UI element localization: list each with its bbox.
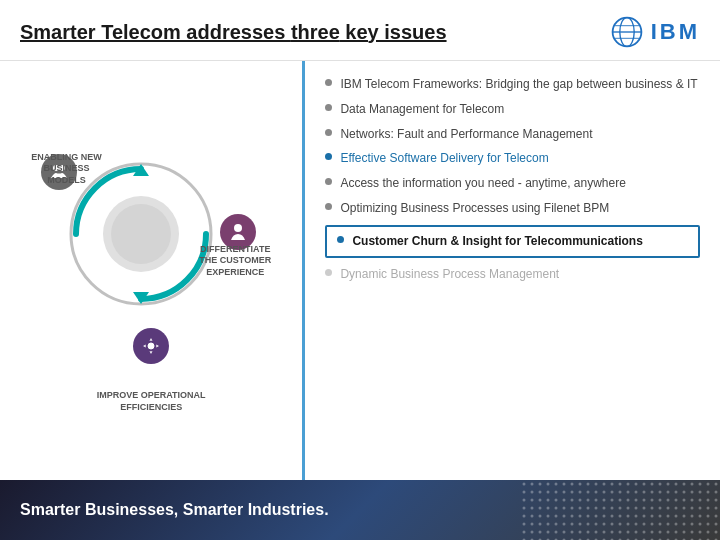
improve-icon bbox=[141, 336, 161, 356]
bullet-item: IBM Telecom Frameworks: Bridging the gap… bbox=[325, 76, 700, 93]
bullet-text: Optimizing Business Processes using File… bbox=[340, 200, 609, 217]
bullet-dot bbox=[337, 236, 344, 243]
diagram-container: ENABLING NEW BUSINESS MODELS DIFFERENTIA… bbox=[21, 124, 281, 424]
title-suffix: key issues bbox=[340, 21, 447, 43]
bullet-dot bbox=[325, 153, 332, 160]
ibm-logo: IBM bbox=[609, 14, 700, 50]
label-differentiate: DIFFERENTIATE THE CUSTOMER EXPERIENCE bbox=[199, 244, 271, 279]
svg-rect-15 bbox=[520, 480, 720, 540]
bullet-text: IBM Telecom Frameworks: Bridging the gap… bbox=[340, 76, 697, 93]
bullet-text: Dynamic Business Process Management bbox=[340, 266, 559, 283]
bullet-item: Dynamic Business Process Management bbox=[325, 266, 700, 283]
bullet-item: Customer Churn & Insight for Telecommuni… bbox=[325, 225, 700, 258]
left-panel: ENABLING NEW BUSINESS MODELS DIFFERENTIA… bbox=[0, 61, 302, 486]
title-bar: Smarter Telecom addresses three key issu… bbox=[0, 0, 720, 61]
body-split: ENABLING NEW BUSINESS MODELS DIFFERENTIA… bbox=[0, 61, 720, 486]
bullet-text: Networks: Fault and Performance Manageme… bbox=[340, 126, 592, 143]
bullet-item: Effective Software Delivery for Telecom bbox=[325, 150, 700, 167]
bullet-text: Customer Churn & Insight for Telecommuni… bbox=[352, 233, 642, 250]
bullet-text: Data Management for Telecom bbox=[340, 101, 504, 118]
svg-point-12 bbox=[234, 224, 242, 232]
bullet-dot bbox=[325, 178, 332, 185]
right-panel: IBM Telecom Frameworks: Bridging the gap… bbox=[302, 61, 720, 486]
title-prefix: Smarter Telecom addresses bbox=[20, 21, 291, 43]
bullet-dot bbox=[325, 129, 332, 136]
footer-dots-decoration bbox=[520, 480, 720, 540]
bullet-list: IBM Telecom Frameworks: Bridging the gap… bbox=[325, 76, 700, 282]
label-enabling: ENABLING NEW BUSINESS MODELS bbox=[31, 152, 102, 187]
node-improve bbox=[133, 328, 169, 364]
globe-icon bbox=[609, 14, 645, 50]
bullet-text: Access the information you need - anytim… bbox=[340, 175, 625, 192]
footer-text: Smarter Businesses, Smarter Industries. bbox=[20, 501, 329, 519]
bullet-dot bbox=[325, 79, 332, 86]
bullet-dot bbox=[325, 269, 332, 276]
bullet-item: Access the information you need - anytim… bbox=[325, 175, 700, 192]
main-content: Smarter Telecom addresses three key issu… bbox=[0, 0, 720, 480]
svg-point-13 bbox=[148, 343, 154, 349]
ibm-logo-text: IBM bbox=[651, 19, 700, 45]
page-title: Smarter Telecom addresses three key issu… bbox=[20, 21, 447, 44]
bullet-item: Data Management for Telecom bbox=[325, 101, 700, 118]
differentiate-icon bbox=[228, 222, 248, 242]
bullet-item: Optimizing Business Processes using File… bbox=[325, 200, 700, 217]
bullet-item: Networks: Fault and Performance Manageme… bbox=[325, 126, 700, 143]
bullet-dot bbox=[325, 203, 332, 210]
bullet-dot bbox=[325, 104, 332, 111]
title-underlined: three bbox=[291, 21, 340, 43]
label-improve: IMPROVE OPERATIONAL EFFICIENCIES bbox=[97, 390, 206, 413]
svg-point-7 bbox=[111, 204, 171, 264]
bullet-text: Effective Software Delivery for Telecom bbox=[340, 150, 548, 167]
footer: Smarter Businesses, Smarter Industries. bbox=[0, 480, 720, 540]
